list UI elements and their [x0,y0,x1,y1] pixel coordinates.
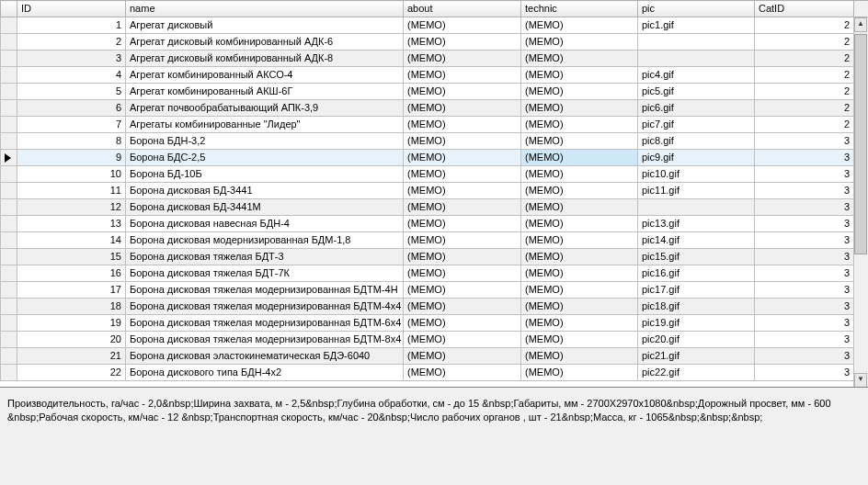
cell-catid[interactable]: 2 [755,17,854,34]
scroll-down-button[interactable]: ▼ [854,373,867,388]
table-row[interactable]: 21Борона дисковая эластокинематическая Б… [1,348,869,365]
cell-name[interactable]: Борона дисковая БД-3441М [126,199,404,216]
cell-about[interactable]: (MEMO) [404,282,521,299]
cell-pic[interactable]: pic21.gif [638,348,755,365]
cell-about[interactable]: (MEMO) [404,150,521,166]
cell-id[interactable]: 1 [17,17,126,34]
cell-technic[interactable]: (MEMO) [521,67,638,84]
cell-name[interactable]: Борона БД-10Б [126,166,404,183]
cell-catid[interactable]: 3 [755,183,854,199]
table-row[interactable]: 5Агрегат комбинированный АКШ-6Г(MEMO)(ME… [1,84,869,100]
cell-name[interactable]: Агрегаты комбинированные "Лидер" [126,117,404,133]
row-indicator[interactable] [1,84,17,100]
cell-about[interactable]: (MEMO) [404,232,521,249]
table-row[interactable]: 19Борона дисковая тяжелая модернизирован… [1,315,869,332]
cell-pic[interactable]: pic4.gif [638,67,755,84]
table-row[interactable]: 3Агрегат дисковый комбинированный АДК-8(… [1,51,869,67]
row-indicator[interactable] [1,17,17,34]
cell-technic[interactable]: (MEMO) [521,348,638,365]
cell-id[interactable]: 15 [17,249,126,265]
cell-pic[interactable]: pic10.gif [638,166,755,183]
cell-technic[interactable]: (MEMO) [521,249,638,265]
cell-about[interactable]: (MEMO) [404,17,521,34]
cell-catid[interactable]: 2 [755,34,854,51]
row-indicator[interactable] [1,34,17,51]
cell-id[interactable]: 19 [17,315,126,332]
cell-catid[interactable]: 3 [755,365,854,381]
cell-about[interactable]: (MEMO) [404,51,521,67]
table-row[interactable]: 8Борона БДН-3,2(MEMO)(MEMO)pic8.gif3 [1,133,869,150]
row-indicator[interactable] [1,232,17,249]
cell-catid[interactable]: 2 [755,51,854,67]
cell-name[interactable]: Борона дисковая тяжелая БДТ-3 [126,249,404,265]
cell-about[interactable]: (MEMO) [404,199,521,216]
cell-id[interactable]: 14 [17,232,126,249]
cell-technic[interactable]: (MEMO) [521,365,638,381]
cell-name[interactable]: Борона БДС-2,5 [126,150,404,166]
cell-pic[interactable]: pic9.gif [638,150,755,166]
cell-about[interactable]: (MEMO) [404,265,521,282]
cell-name[interactable]: Борона дисковая тяжелая модернизированна… [126,299,404,315]
cell-name[interactable]: Агрегат дисковый комбинированный АДК-6 [126,34,404,51]
cell-name[interactable]: Агрегат почвообрабатывающий АПК-3,9 [126,100,404,117]
cell-id[interactable]: 22 [17,365,126,381]
cell-catid[interactable]: 3 [755,315,854,332]
cell-pic[interactable]: pic7.gif [638,117,755,133]
cell-technic[interactable]: (MEMO) [521,17,638,34]
cell-name[interactable]: Агрегат дисковый комбинированный АДК-8 [126,51,404,67]
cell-name[interactable]: Борона дисковая эластокинематическая БДЭ… [126,348,404,365]
cell-pic[interactable] [638,51,755,67]
cell-pic[interactable]: pic13.gif [638,216,755,232]
row-indicator[interactable] [1,315,17,332]
cell-pic[interactable]: pic11.gif [638,183,755,199]
cell-catid[interactable]: 3 [755,133,854,150]
cell-catid[interactable]: 3 [755,232,854,249]
row-indicator[interactable] [1,348,17,365]
cell-name[interactable]: Борона БДН-3,2 [126,133,404,150]
table-row[interactable]: 6Агрегат почвообрабатывающий АПК-3,9(MEM… [1,100,869,117]
cell-about[interactable]: (MEMO) [404,117,521,133]
header-name[interactable]: name [126,1,404,17]
cell-catid[interactable]: 2 [755,117,854,133]
cell-technic[interactable]: (MEMO) [521,299,638,315]
cell-technic[interactable]: (MEMO) [521,150,638,166]
cell-name[interactable]: Борона дисковая навесная БДН-4 [126,216,404,232]
cell-name[interactable]: Борона дисковая тяжелая модернизированна… [126,315,404,332]
cell-about[interactable]: (MEMO) [404,100,521,117]
row-indicator[interactable] [1,216,17,232]
cell-about[interactable]: (MEMO) [404,348,521,365]
cell-name[interactable]: Борона дискового типа БДН-4х2 [126,365,404,381]
cell-id[interactable]: 6 [17,100,126,117]
cell-id[interactable]: 7 [17,117,126,133]
cell-about[interactable]: (MEMO) [404,166,521,183]
cell-pic[interactable]: pic20.gif [638,332,755,348]
cell-about[interactable]: (MEMO) [404,299,521,315]
header-technic[interactable]: technic [521,1,638,17]
row-indicator[interactable] [1,183,17,199]
cell-about[interactable]: (MEMO) [404,365,521,381]
cell-about[interactable]: (MEMO) [404,216,521,232]
cell-id[interactable]: 10 [17,166,126,183]
row-indicator[interactable] [1,365,17,381]
table-row[interactable]: 14Борона дисковая модернизированная БДМ-… [1,232,869,249]
cell-about[interactable]: (MEMO) [404,133,521,150]
table-row[interactable]: 1Агрегат дисковый(MEMO)(MEMO)pic1.gif2 [1,17,869,34]
cell-about[interactable]: (MEMO) [404,34,521,51]
header-id[interactable]: ID [17,1,126,17]
row-indicator[interactable] [1,150,17,166]
cell-catid[interactable]: 3 [755,282,854,299]
cell-catid[interactable]: 3 [755,166,854,183]
row-indicator[interactable] [1,249,17,265]
cell-technic[interactable]: (MEMO) [521,84,638,100]
cell-id[interactable]: 12 [17,199,126,216]
row-indicator[interactable] [1,199,17,216]
cell-catid[interactable]: 3 [755,299,854,315]
row-indicator[interactable] [1,282,17,299]
header-catid[interactable]: CatID [755,1,854,17]
cell-technic[interactable]: (MEMO) [521,265,638,282]
cell-id[interactable]: 13 [17,216,126,232]
cell-technic[interactable]: (MEMO) [521,34,638,51]
cell-name[interactable]: Борона дисковая тяжелая модернизированна… [126,282,404,299]
cell-name[interactable]: Агрегат комбинированный АКСО-4 [126,67,404,84]
cell-pic[interactable]: pic1.gif [638,17,755,34]
